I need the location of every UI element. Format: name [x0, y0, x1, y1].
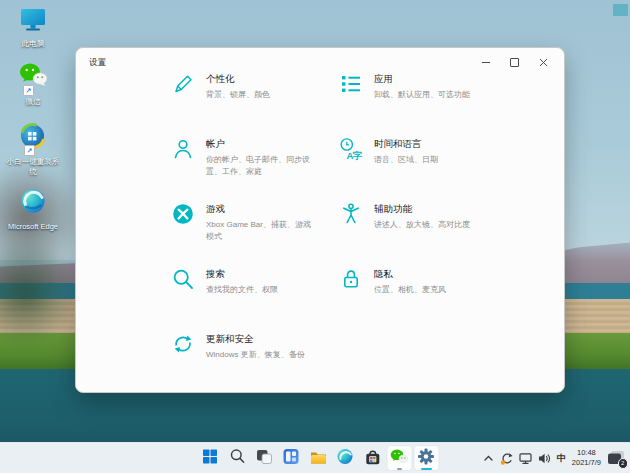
maximize-button[interactable]: [500, 52, 529, 72]
this-pc-monitor-icon: [17, 7, 49, 37]
category-desc: 背景、锁屏、颜色: [206, 89, 318, 101]
clock[interactable]: 10:48 2021/7/9: [572, 448, 601, 468]
system-tray: 中 10:48 2021/7/9 2: [483, 443, 626, 473]
chevron-up-icon: [483, 453, 494, 463]
shortcut-arrow-icon: ↗: [24, 145, 35, 156]
category-time-language[interactable]: A字 时间和语言 语音、区域、日期: [339, 136, 507, 201]
category-desc: 查找我的文件、权限: [206, 284, 318, 296]
sync-status-icon[interactable]: [500, 452, 513, 465]
close-button[interactable]: [529, 52, 558, 72]
category-privacy[interactable]: 隐私 位置、相机、麦克风: [339, 266, 507, 331]
category-gaming[interactable]: 游戏 Xbox Game Bar、捕获、游戏模式: [171, 201, 339, 266]
window-controls: [471, 52, 558, 72]
category-accessibility[interactable]: 辅助功能 讲述人、放大镜、高对比度: [339, 201, 507, 266]
apps-list-icon: [339, 72, 363, 100]
screen: 此电脑 ↗ 微信: [0, 0, 630, 473]
desktop-icon-label: 小白一键重装系统: [6, 157, 60, 177]
edge-icon: [18, 186, 48, 220]
category-title: 个性化: [206, 73, 318, 86]
notification-button[interactable]: 2: [607, 450, 626, 467]
file-explorer-button[interactable]: [305, 445, 331, 471]
category-desc: Xbox Game Bar、捕获、游戏模式: [206, 219, 318, 243]
category-search[interactable]: 搜索 查找我的文件、权限: [171, 266, 339, 331]
desktop-icon-wechat[interactable]: ↗ 微信: [5, 61, 61, 107]
category-desc: 位置、相机、麦克风: [374, 284, 486, 296]
corner-teal-patch: [613, 4, 628, 16]
desktop-icon-label: Microsoft Edge: [8, 222, 58, 232]
active-indicator: [421, 468, 432, 470]
gaming-xbox-icon: [171, 202, 195, 230]
desktop-icon-xiaobai-reinstall[interactable]: ↗ 小白一键重装系统: [5, 122, 61, 177]
category-update-security[interactable]: 更新和安全 Windows 更新、恢复、备份: [171, 331, 339, 396]
task-view-icon: [256, 448, 273, 469]
category-title: 辅助功能: [374, 203, 486, 216]
category-title: 搜索: [206, 268, 318, 281]
category-apps[interactable]: 应用 卸载、默认应用、可选功能: [339, 71, 507, 136]
settings-category-grid: 个性化 背景、锁屏、颜色 应用 卸载、默认应用、可选功能: [171, 71, 507, 396]
running-indicator: [397, 468, 402, 470]
store-button[interactable]: [359, 445, 385, 471]
taskbar-search-button[interactable]: [224, 445, 250, 471]
desktop-icon-this-pc[interactable]: 此电脑: [5, 7, 61, 49]
ime-indicator[interactable]: 中: [557, 452, 566, 465]
category-title: 游戏: [206, 203, 318, 216]
gear-icon: [418, 448, 435, 469]
task-view-button[interactable]: [251, 445, 277, 471]
category-accounts[interactable]: 帐户 你的帐户、电子邮件、同步设置、工作、家庭: [171, 136, 339, 201]
settings-taskbar-button[interactable]: [413, 445, 439, 471]
category-desc: Windows 更新、恢复、备份: [206, 349, 318, 361]
reinstall-orb-icon: ↗: [18, 122, 48, 155]
hidden-icons-button[interactable]: [483, 453, 494, 463]
start-button[interactable]: [197, 445, 223, 471]
privacy-lock-icon: [339, 267, 363, 295]
update-refresh-icon: [171, 332, 195, 360]
settings-window: 设置 个性化 背景、锁屏、颜色: [75, 47, 565, 393]
folder-icon: [309, 448, 327, 469]
svg-text:A字: A字: [347, 150, 363, 161]
category-title: 帐户: [206, 138, 318, 151]
category-desc: 讲述人、放大镜、高对比度: [374, 219, 486, 231]
shortcut-arrow-icon: ↗: [23, 85, 34, 96]
accessibility-icon: [339, 202, 363, 230]
edge-icon: [337, 448, 354, 469]
time-language-icon: A字: [339, 137, 363, 165]
category-title: 应用: [374, 73, 486, 86]
volume-icon[interactable]: [538, 452, 551, 465]
search-icon: [171, 267, 195, 295]
category-title: 更新和安全: [206, 333, 318, 346]
edge-button[interactable]: [332, 445, 358, 471]
wechat-icon: [390, 448, 409, 469]
wechat-taskbar-button[interactable]: [386, 445, 412, 471]
category-title: 时间和语言: [374, 138, 486, 151]
taskbar-app-icons: [197, 445, 440, 471]
taskbar: 中 10:48 2021/7/9 2: [0, 442, 630, 473]
wechat-icon: ↗: [17, 61, 49, 95]
category-desc: 卸载、默认应用、可选功能: [374, 89, 486, 101]
desktop-icon-label: 此电脑: [22, 39, 45, 49]
start-icon: [203, 449, 218, 468]
search-icon: [229, 448, 245, 468]
category-desc: 语音、区域、日期: [374, 154, 486, 166]
widgets-icon: [283, 448, 300, 469]
accounts-person-icon: [171, 137, 195, 165]
store-icon: [363, 448, 381, 469]
notification-badge: 2: [618, 458, 629, 469]
desktop-icon-edge[interactable]: Microsoft Edge: [5, 186, 61, 232]
window-title: 设置: [89, 57, 106, 69]
tray-time: 10:48: [577, 448, 596, 457]
widgets-button[interactable]: [278, 445, 304, 471]
desktop-icon-label: 微信: [26, 97, 41, 107]
personalization-brush-icon: [171, 72, 195, 100]
minimize-button[interactable]: [471, 52, 500, 72]
category-desc: 你的帐户、电子邮件、同步设置、工作、家庭: [206, 154, 318, 178]
network-display-icon[interactable]: [519, 452, 532, 465]
category-personalization[interactable]: 个性化 背景、锁屏、颜色: [171, 71, 339, 136]
tray-date: 2021/7/9: [572, 458, 601, 467]
category-title: 隐私: [374, 268, 486, 281]
